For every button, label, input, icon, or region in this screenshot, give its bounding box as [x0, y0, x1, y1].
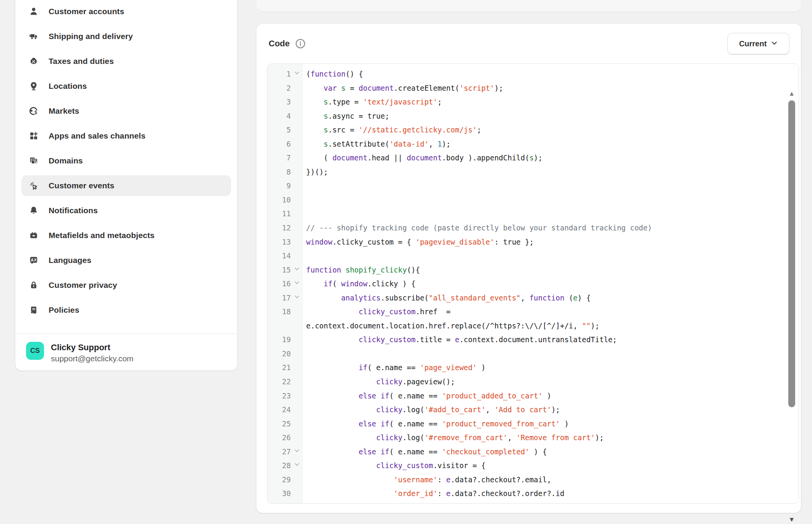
gutter-line: 20 [267, 347, 302, 361]
svg-text:A: A [31, 258, 34, 262]
line-number: 22 [282, 377, 291, 386]
code-card-header: Code Current [269, 33, 789, 55]
code-line: s.setAttribute('data-id', 1); [306, 137, 793, 151]
browser-window-icon [29, 156, 39, 166]
line-number: 2 [287, 84, 291, 92]
sidebar-item-metafields-and-metaobjects[interactable]: Metafields and metaobjects [21, 225, 231, 246]
globe-dollar-icon: $ [29, 106, 39, 116]
fold-toggle-icon[interactable] [295, 294, 298, 298]
line-number: 25 [282, 420, 291, 428]
code-line [306, 179, 793, 193]
gutter-line: 28 [267, 459, 302, 473]
gutter-line: 11 [267, 207, 302, 221]
code-line: analytics.subscribe("all_standard_events… [306, 291, 793, 305]
sidebar-item-notifications[interactable]: Notifications [21, 200, 231, 221]
line-number: 19 [282, 335, 291, 344]
code-line: if( window.clicky ) { [306, 277, 793, 291]
fold-toggle-icon[interactable] [295, 70, 298, 74]
sidebar-item-domains[interactable]: Domains [21, 150, 231, 171]
fold-toggle-icon[interactable] [295, 266, 298, 270]
gutter-line: 4 [267, 109, 302, 123]
code-line: })(); [306, 165, 793, 179]
line-number-gutter: 1234567891011121314151617181920212223242… [267, 64, 303, 503]
line-number: 7 [287, 153, 291, 162]
settings-sidebar: Customer accountsShipping and deliveryTa… [15, 0, 237, 371]
gutter-line: 1 [267, 67, 302, 81]
sidebar-item-policies[interactable]: Policies [21, 300, 231, 320]
line-number: 10 [282, 196, 291, 204]
sidebar-item-markets[interactable]: $Markets [21, 101, 231, 121]
line-number: 24 [282, 405, 291, 414]
fold-toggle-icon[interactable] [295, 462, 298, 465]
code-line [306, 207, 793, 221]
scroll-up-icon[interactable]: ▲ [787, 90, 796, 97]
sidebar-item-customer-events[interactable]: Customer events [21, 175, 231, 196]
fold-toggle-icon[interactable] [295, 448, 298, 452]
chevron-down-icon [771, 39, 778, 48]
gutter-line: 6 [267, 137, 302, 151]
line-number: 1 [287, 70, 291, 78]
line-number: 17 [282, 294, 291, 302]
scroll-down-icon[interactable]: ▼ [787, 516, 796, 523]
line-number: 3 [287, 98, 291, 106]
code-line: clicky.pageview(); [306, 375, 793, 389]
sidebar-item-customer-accounts[interactable]: Customer accounts [21, 1, 231, 22]
sidebar-item-locations[interactable]: Locations [21, 76, 231, 96]
code-line: clicky.log('#remove_from_cart', 'Remove … [306, 431, 793, 445]
sidebar-item-label: Languages [49, 256, 91, 265]
gutter-line: 30 [267, 486, 302, 501]
sidebar-item-apps-and-sales-channels[interactable]: Apps and sales channels [21, 126, 231, 146]
sidebar-item-taxes-and-duties[interactable]: Taxes and duties [21, 51, 231, 72]
sidebar-item-label: Markets [49, 106, 79, 116]
metafields-box-icon [29, 230, 39, 240]
previous-card-bottom-edge [256, 0, 801, 11]
apps-grid-icon [29, 131, 39, 141]
code-line [306, 249, 793, 263]
line-number: 15 [282, 266, 291, 274]
code-line: s.type = 'text/javascript'; [306, 95, 793, 109]
code-title: Code [269, 39, 290, 49]
line-number: 23 [282, 392, 291, 400]
scrollbar-thumb[interactable] [788, 100, 795, 407]
sidebar-item-label: Customer privacy [49, 281, 117, 290]
sidebar-item-customer-privacy[interactable]: Customer privacy [21, 275, 231, 295]
settings-page: Customer accountsShipping and deliveryTa… [0, 0, 812, 524]
code-line: 'order_id': e.data?.checkout?.order?.id [306, 486, 793, 501]
code-line: function shopify_clicky(){ [306, 263, 793, 277]
sidebar-item-shipping-and-delivery[interactable]: Shipping and delivery [21, 26, 231, 47]
code-line: 'username': e.data?.checkout?.email, [306, 473, 793, 487]
line-number: 27 [282, 447, 291, 456]
gutter-line: 10 [267, 193, 302, 207]
sidebar-item-label: Metafields and metaobjects [49, 231, 155, 240]
code-line: clicky_custom.href = [306, 305, 793, 319]
code-line: clicky_custom.visitor = { [306, 459, 793, 473]
line-number: 4 [287, 112, 291, 120]
gutter-line: 16 [267, 277, 302, 291]
gutter-line: 23 [267, 389, 302, 403]
code-line: s.async = true; [306, 109, 793, 123]
fold-toggle-icon[interactable] [295, 280, 298, 284]
code-line: var s = document.createElement('script')… [306, 81, 793, 95]
settings-nav: Customer accountsShipping and deliveryTa… [15, 0, 237, 334]
info-icon[interactable] [295, 38, 306, 49]
gutter-line: 24 [267, 403, 302, 417]
user-name: Clicky Support [51, 342, 134, 353]
sidebar-item-label: Customer accounts [49, 7, 124, 16]
code-editor[interactable]: 1234567891011121314151617181920212223242… [267, 64, 799, 504]
gutter-line: 27 [267, 445, 302, 459]
sidebar-item-label: Locations [49, 82, 87, 91]
sidebar-item-label: Policies [49, 305, 79, 315]
gutter-line: 26 [267, 431, 302, 445]
user-email: support@getclicky.com [51, 353, 134, 364]
location-pin-icon [29, 81, 39, 91]
version-select-button[interactable]: Current [727, 33, 789, 55]
line-number: 9 [287, 181, 291, 190]
code-line: else if( e.name == 'product_removed_from… [306, 417, 793, 431]
code-line [306, 193, 793, 207]
sidebar-item-languages[interactable]: ALanguages [21, 250, 231, 271]
money-bag-icon [29, 56, 39, 66]
code-line: if( e.name == 'page_viewed' ) [306, 361, 793, 375]
gutter-line: 5 [267, 123, 302, 137]
gutter-line: 21 [267, 361, 302, 375]
policy-document-icon [29, 305, 39, 315]
